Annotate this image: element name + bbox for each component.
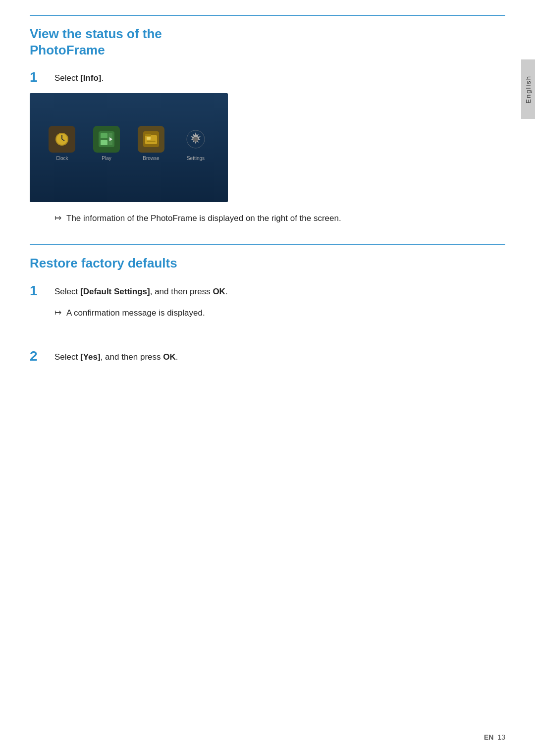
icon-clock-item: Clock (49, 126, 75, 161)
restore-step1-row: 1 Select [Default Settings], and then pr… (30, 283, 505, 299)
restore-result-arrow-icon: ↦ (54, 308, 61, 318)
icon-settings-label: Settings (187, 156, 205, 161)
section-restore: Restore factory defaults 1 Select [Defau… (30, 244, 505, 319)
result-arrow-icon: ↦ (54, 213, 61, 223)
main-content: View the status of the PhotoFrame 1 Sele… (30, 15, 505, 736)
icon-browse-label: Browse (143, 156, 159, 161)
footer-lang: EN (484, 733, 493, 741)
side-tab-label: English (525, 75, 532, 104)
svg-point-15 (193, 137, 198, 142)
icon-clock (49, 126, 75, 153)
step1-number: 1 (30, 70, 54, 85)
svg-rect-12 (147, 137, 151, 140)
step2-text: Select [Yes], and then press OK. (54, 349, 178, 364)
step1-text: Select [Info]. (54, 70, 104, 85)
icon-browse (138, 126, 164, 153)
step1-result: ↦ The information of the PhotoFrame is d… (54, 212, 505, 225)
icon-play (93, 126, 120, 153)
page-footer: EN 13 (484, 733, 505, 741)
screenshot-image: Clock (30, 93, 228, 202)
step2-number: 2 (30, 349, 54, 364)
restore-step1-text: Select [Default Settings], and then pres… (54, 283, 228, 298)
step1-result-text: The information of the PhotoFrame is dis… (66, 212, 341, 225)
svg-rect-6 (101, 140, 107, 145)
side-tab: English (521, 59, 535, 119)
icon-play-item: Play (93, 126, 120, 161)
footer-page-number: 13 (497, 733, 505, 741)
restore-step1-number: 1 (30, 283, 54, 299)
svg-rect-10 (145, 135, 157, 144)
screenshot-inner: Clock (30, 93, 228, 202)
icon-clock-label: Clock (55, 156, 68, 161)
icon-browse-item: Browse (138, 126, 164, 161)
section-view-status: View the status of the PhotoFrame 1 Sele… (30, 15, 505, 224)
icon-play-label: Play (102, 156, 111, 161)
screenshot-icons: Clock (49, 126, 209, 161)
restore-step1-result-text: A confirmation message is displayed. (66, 307, 205, 320)
step1-row: 1 Select [Info]. (30, 70, 505, 85)
svg-rect-5 (101, 133, 107, 138)
restore-step1-result: ↦ A confirmation message is displayed. (54, 307, 505, 320)
section1-title: View the status of the PhotoFrame (30, 26, 505, 58)
page: English View the status of the PhotoFram… (0, 0, 535, 756)
svg-rect-11 (145, 134, 151, 136)
svg-rect-13 (147, 141, 156, 142)
icon-settings (182, 126, 209, 153)
section2-title: Restore factory defaults (30, 255, 505, 271)
step2-row: 2 Select [Yes], and then press OK. (30, 349, 505, 364)
step2-section: 2 Select [Yes], and then press OK. (30, 349, 505, 364)
icon-settings-item: Settings (182, 126, 209, 161)
